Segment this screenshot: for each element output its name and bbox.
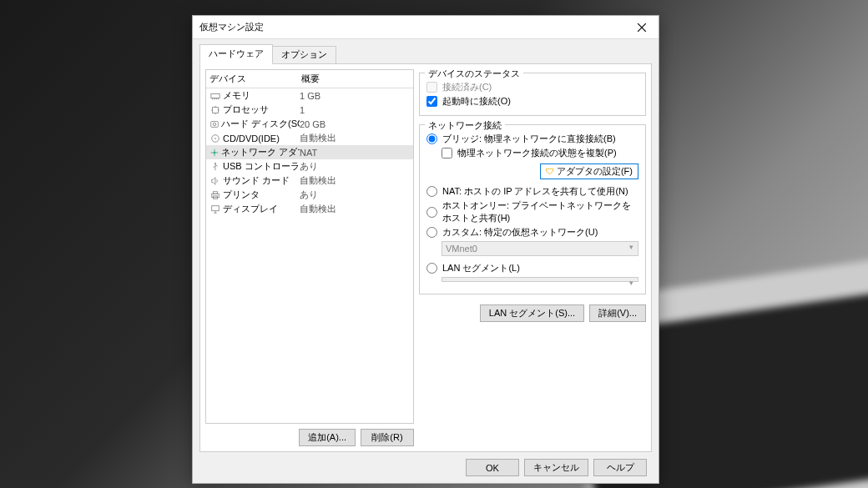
device-name: プリンタ: [223, 189, 260, 201]
replicate-state-checkbox[interactable]: [442, 148, 452, 158]
shield-icon: 🛡: [546, 167, 554, 176]
svg-point-5: [214, 138, 216, 139]
device-summary: あり: [300, 160, 410, 173]
sound-icon: [209, 175, 221, 187]
tab-content: デバイス 概要 メモリ1 GBプロセッサ1ハード ディスク(SCSI)20 GB…: [199, 63, 652, 452]
connected-label: 接続済み(C): [442, 81, 492, 93]
usb-icon: [209, 161, 221, 173]
hostonly-radio[interactable]: [426, 207, 437, 218]
device-name: ハード ディスク(SCSI): [221, 118, 300, 130]
svg-rect-11: [212, 205, 220, 210]
device-status-title: デバイスのステータス: [425, 68, 523, 80]
svg-point-6: [214, 151, 216, 153]
printer-icon: [209, 189, 221, 201]
header-summary: 概要: [301, 73, 410, 85]
custom-radio[interactable]: [426, 227, 437, 238]
lan-segment-radio-row[interactable]: LAN セグメント(L): [426, 261, 638, 275]
device-name: USB コントローラ: [223, 160, 300, 173]
cpu-icon: [209, 104, 221, 116]
remove-hardware-button[interactable]: 削除(R): [361, 429, 414, 446]
svg-rect-2: [211, 121, 219, 127]
advanced-button[interactable]: 詳細(V)...: [589, 304, 646, 322]
svg-point-7: [214, 162, 216, 164]
device-row[interactable]: ハード ディスク(SCSI)20 GB: [206, 117, 413, 131]
connect-at-poweron-row[interactable]: 起動時に接続(O): [426, 94, 638, 108]
cd-icon: [209, 133, 221, 144]
bridged-radio[interactable]: [426, 133, 437, 144]
device-summary: 自動検出: [300, 203, 410, 215]
hardware-right-column: デバイスのステータス 接続済み(C) 起動時に接続(O) ネットワーク接続 ブリ…: [419, 69, 646, 446]
bridged-label: ブリッジ: 物理ネットワークに直接接続(B): [442, 133, 616, 145]
adapter-settings-label: アダプタの設定(F): [557, 165, 633, 178]
device-row[interactable]: CD/DVD(IDE)自動検出: [206, 131, 413, 145]
custom-network-value: VMnet0: [442, 241, 638, 256]
device-list-header: デバイス 概要: [206, 70, 413, 88]
custom-network-dropdown: VMnet0: [442, 241, 638, 256]
svg-rect-9: [213, 191, 217, 194]
lan-segment-dropdown: [442, 277, 638, 282]
memory-icon: [209, 90, 221, 102]
network-connection-title: ネットワーク接続: [425, 119, 505, 132]
dialog-footer: OK キャンセル ヘルプ: [199, 452, 652, 476]
connect-at-poweron-checkbox[interactable]: [426, 96, 437, 107]
svg-rect-1: [213, 107, 219, 113]
network-connection-group: ネットワーク接続 ブリッジ: 物理ネットワークに直接接続(B) 物理ネットワーク…: [419, 124, 646, 294]
nat-label: NAT: ホストの IP アドレスを共有して使用(N): [442, 185, 628, 198]
device-row[interactable]: サウンド カード自動検出: [206, 174, 413, 188]
device-row[interactable]: プロセッサ1: [206, 103, 413, 117]
device-summary: 1 GB: [300, 91, 410, 101]
device-summary: NAT: [300, 148, 410, 158]
device-name: サウンド カード: [223, 174, 290, 187]
lan-segments-button[interactable]: LAN セグメント(S)...: [480, 304, 584, 322]
device-row[interactable]: ネットワーク アダプタNAT: [206, 145, 413, 159]
hardware-left-column: デバイス 概要 メモリ1 GBプロセッサ1ハード ディスク(SCSI)20 GB…: [205, 69, 414, 446]
close-icon: [637, 23, 647, 33]
vm-settings-dialog: 仮想マシン設定 ハードウェア オプション デバイス 概要 メモリ1 GBプロセッ…: [192, 15, 659, 484]
custom-radio-row[interactable]: カスタム: 特定の仮想ネットワーク(U): [426, 225, 638, 239]
adapter-settings-button[interactable]: 🛡 アダプタの設定(F): [540, 164, 638, 179]
cancel-button[interactable]: キャンセル: [524, 459, 588, 476]
svg-rect-0: [211, 93, 220, 98]
lan-segment-label: LAN セグメント(L): [442, 262, 520, 274]
bridged-radio-row[interactable]: ブリッジ: 物理ネットワークに直接接続(B): [426, 132, 638, 146]
device-row[interactable]: USB コントローラあり: [206, 159, 413, 174]
lan-segment-value: [442, 277, 638, 282]
network-extra-buttons: LAN セグメント(S)... 詳細(V)...: [419, 304, 646, 322]
svg-point-3: [213, 123, 215, 125]
help-button[interactable]: ヘルプ: [593, 459, 647, 476]
nic-icon: [209, 147, 220, 158]
nat-radio-row[interactable]: NAT: ホストの IP アドレスを共有して使用(N): [426, 184, 638, 199]
device-list[interactable]: デバイス 概要 メモリ1 GBプロセッサ1ハード ディスク(SCSI)20 GB…: [205, 69, 414, 424]
device-name: プロセッサ: [223, 103, 269, 116]
hostonly-label: ホストオンリー: プライベートネットワークをホストと共有(H): [442, 199, 638, 224]
ok-button[interactable]: OK: [466, 459, 519, 476]
dialog-title: 仮想マシン設定: [199, 21, 264, 33]
device-row[interactable]: ディスプレイ自動検出: [206, 202, 413, 216]
custom-label: カスタム: 特定の仮想ネットワーク(U): [442, 226, 598, 239]
device-name: CD/DVD(IDE): [223, 133, 280, 143]
device-summary: あり: [300, 189, 410, 201]
hdd-icon: [209, 118, 220, 130]
tab-hardware[interactable]: ハードウェア: [199, 44, 273, 64]
device-name: メモリ: [223, 89, 250, 102]
close-button[interactable]: [625, 16, 659, 39]
header-device: デバイス: [209, 73, 301, 85]
device-row[interactable]: メモリ1 GB: [206, 88, 413, 103]
add-hardware-button[interactable]: 追加(A)...: [299, 429, 356, 446]
hostonly-radio-row[interactable]: ホストオンリー: プライベートネットワークをホストと共有(H): [426, 199, 638, 225]
device-name: ディスプレイ: [223, 203, 278, 215]
connect-at-poweron-label: 起動時に接続(O): [442, 95, 511, 108]
device-row[interactable]: プリンタあり: [206, 188, 413, 202]
replicate-state-row[interactable]: 物理ネットワーク接続の状態を複製(P): [442, 146, 638, 160]
display-icon: [209, 204, 221, 215]
device-status-group: デバイスのステータス 接続済み(C) 起動時に接続(O): [419, 73, 646, 116]
lan-segment-radio[interactable]: [426, 263, 437, 274]
connected-checkbox: [426, 82, 437, 93]
tab-options[interactable]: オプション: [273, 46, 336, 64]
device-summary: 20 GB: [300, 119, 410, 129]
device-name: ネットワーク アダプタ: [221, 146, 300, 158]
hardware-buttons: 追加(A)... 削除(R): [205, 429, 414, 446]
device-summary: 自動検出: [300, 174, 410, 187]
nat-radio[interactable]: [426, 186, 437, 197]
device-summary: 1: [300, 105, 410, 115]
